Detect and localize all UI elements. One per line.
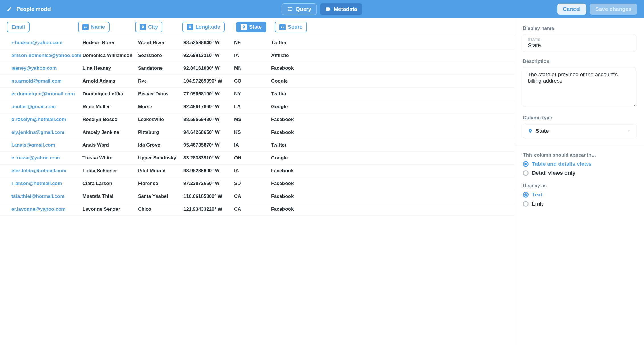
- display-name-input[interactable]: [528, 42, 631, 49]
- cell-email[interactable]: amson-domenica@yahoo.com: [11, 53, 82, 58]
- display-name-field-wrapper[interactable]: STATE: [523, 34, 636, 52]
- radio-label: Link: [532, 201, 543, 207]
- cell-name: Rene Muller: [82, 104, 138, 110]
- column-type-value: State: [536, 128, 624, 134]
- cell-source: Facebook: [271, 117, 305, 122]
- cell-email[interactable]: efer-lolita@hotmail.com: [11, 168, 82, 174]
- display-as-radio-group: Text Link: [523, 192, 636, 207]
- cell-longitude: 92.84161080° W: [183, 65, 234, 71]
- table-row[interactable]: ns.arnold@gmail.comArnold AdamsRye104.97…: [0, 75, 515, 88]
- column-header-source[interactable]: Aa Sourc: [275, 22, 307, 32]
- location-icon: [140, 24, 146, 30]
- cell-longitude: 92.69913210° W: [183, 53, 234, 58]
- label-icon: [325, 6, 331, 12]
- cell-city: Searsboro: [138, 53, 183, 58]
- column-label: Sourc: [288, 24, 302, 30]
- cell-source: Facebook: [271, 130, 305, 135]
- cell-state: CO: [234, 78, 271, 84]
- cell-email[interactable]: o.roselyn@hotmail.com: [11, 117, 82, 122]
- cell-email[interactable]: r-hudson@yahoo.com: [11, 40, 82, 46]
- tab-metadata[interactable]: Metadata: [320, 3, 362, 15]
- display-name-caption: STATE: [528, 37, 631, 42]
- column-header-email[interactable]: Email: [7, 22, 30, 32]
- column-header-state[interactable]: State: [236, 22, 266, 32]
- table-row[interactable]: ıeaney@yahoo.comLina HeaneySandstone92.8…: [0, 62, 515, 75]
- table-row[interactable]: tafa.thiel@hotmail.comMustafa ThielSanta…: [0, 190, 515, 203]
- column-type-select[interactable]: State: [523, 124, 636, 138]
- tab-metadata-label: Metadata: [334, 6, 357, 12]
- cell-longitude: 77.05668100° W: [183, 91, 234, 97]
- cell-email[interactable]: ns.arnold@gmail.com: [11, 78, 82, 84]
- cell-longitude: 92.48617860° W: [183, 104, 234, 110]
- cell-city: Santa Ysabel: [138, 194, 183, 199]
- radio-indicator: [523, 192, 529, 198]
- cell-email[interactable]: ı-larson@hotmail.com: [11, 181, 82, 186]
- cell-state: MN: [234, 65, 271, 71]
- table-row[interactable]: er.lavonne@yahoo.comLavonne SengerChico1…: [0, 203, 515, 216]
- column-header-longitude[interactable]: Longitude: [182, 22, 225, 32]
- cell-longitude: 88.58569480° W: [183, 117, 234, 122]
- radio-indicator: [523, 201, 529, 207]
- header-tabs: Query Metadata: [282, 3, 362, 15]
- table-row[interactable]: o.roselyn@hotmail.comRoselyn BoscoLeakes…: [0, 113, 515, 126]
- cell-name: Dominique Leffler: [82, 91, 138, 97]
- table-row[interactable]: ely.jenkins@gmail.comAracely JenkinsPitt…: [0, 126, 515, 139]
- table-row[interactable]: e.tressa@yahoo.comTressa WhiteUpper Sand…: [0, 152, 515, 165]
- column-label: Longitude: [195, 24, 220, 30]
- cell-source: Twitter: [271, 142, 305, 148]
- location-icon: [241, 24, 247, 30]
- cell-longitude: 94.64268650° W: [183, 130, 234, 135]
- radio-display-text[interactable]: Text: [523, 192, 636, 198]
- cell-source: Google: [271, 104, 305, 110]
- table-row[interactable]: er.dominique@hotmail.comDominique Leffle…: [0, 88, 515, 100]
- cell-email[interactable]: l.anais@gmail.com: [11, 142, 82, 148]
- page-title: People model: [16, 6, 52, 12]
- cell-source: Facebook: [271, 206, 305, 212]
- svg-rect-3: [289, 9, 292, 9]
- radio-label: Table and details views: [532, 161, 592, 167]
- cell-city: Pittsburg: [138, 130, 183, 135]
- tab-query-label: Query: [296, 6, 311, 12]
- cell-email[interactable]: ely.jenkins@gmail.com: [11, 130, 82, 135]
- radio-label: Detail views only: [532, 170, 575, 176]
- cell-source: Affiliate: [271, 53, 305, 58]
- cell-email[interactable]: er.lavonne@yahoo.com: [11, 206, 82, 212]
- cell-email[interactable]: tafa.thiel@hotmail.com: [11, 194, 82, 199]
- cell-city: Leakesville: [138, 117, 183, 122]
- cell-source: Facebook: [271, 168, 305, 174]
- table-row[interactable]: .muller@gmail.comRene MullerMorse92.4861…: [0, 100, 515, 113]
- cell-source: Twitter: [271, 40, 305, 46]
- cell-email[interactable]: .muller@gmail.com: [11, 104, 82, 110]
- cell-state: IA: [234, 142, 271, 148]
- app-header: People model Query Metadata Cancel Save …: [0, 0, 644, 18]
- cell-state: CA: [234, 206, 271, 212]
- cell-source: Twitter: [271, 91, 305, 97]
- table-row[interactable]: amson-domenica@yahoo.comDomenica William…: [0, 49, 515, 62]
- table-row[interactable]: ı-larson@hotmail.comCiara LarsonFlorence…: [0, 177, 515, 190]
- table-row[interactable]: efer-lolita@hotmail.comLolita SchaeferPi…: [0, 165, 515, 177]
- column-header-name[interactable]: Aa Name: [78, 22, 110, 32]
- cell-email[interactable]: ıeaney@yahoo.com: [11, 65, 82, 71]
- cancel-button[interactable]: Cancel: [557, 4, 586, 15]
- description-textarea[interactable]: [523, 67, 636, 107]
- cell-source: Facebook: [271, 65, 305, 71]
- svg-point-4: [288, 10, 289, 11]
- table-row[interactable]: l.anais@gmail.comAnais WardIda Grove95.4…: [0, 139, 515, 152]
- cell-email[interactable]: e.tressa@yahoo.com: [11, 155, 82, 161]
- list-icon: [287, 6, 293, 12]
- radio-detail-only[interactable]: Detail views only: [523, 170, 636, 176]
- table-row[interactable]: r-hudson@yahoo.comHudson BorerWood River…: [0, 36, 515, 49]
- cell-state: KS: [234, 130, 271, 135]
- cell-name: Hudson Borer: [82, 40, 138, 46]
- cell-email[interactable]: er.dominique@hotmail.com: [11, 91, 82, 97]
- radio-table-and-details[interactable]: Table and details views: [523, 161, 636, 167]
- cell-state: MS: [234, 117, 271, 122]
- svg-rect-5: [289, 10, 292, 11]
- cell-longitude: 93.98236600° W: [183, 168, 234, 174]
- tab-query[interactable]: Query: [282, 3, 317, 15]
- cell-name: Arnold Adams: [82, 78, 138, 84]
- radio-display-link[interactable]: Link: [523, 201, 636, 207]
- save-button[interactable]: Save changes: [590, 4, 637, 15]
- column-header-city[interactable]: City: [135, 22, 162, 32]
- cell-city: Upper Sandusky: [138, 155, 183, 161]
